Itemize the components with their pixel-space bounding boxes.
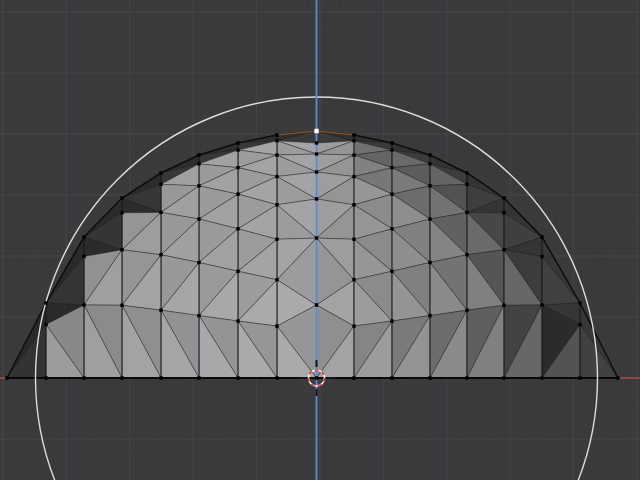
apex-vertex-selected[interactable] bbox=[314, 129, 318, 133]
viewport-canvas[interactable] bbox=[0, 0, 640, 480]
blender-viewport[interactable] bbox=[0, 0, 640, 480]
